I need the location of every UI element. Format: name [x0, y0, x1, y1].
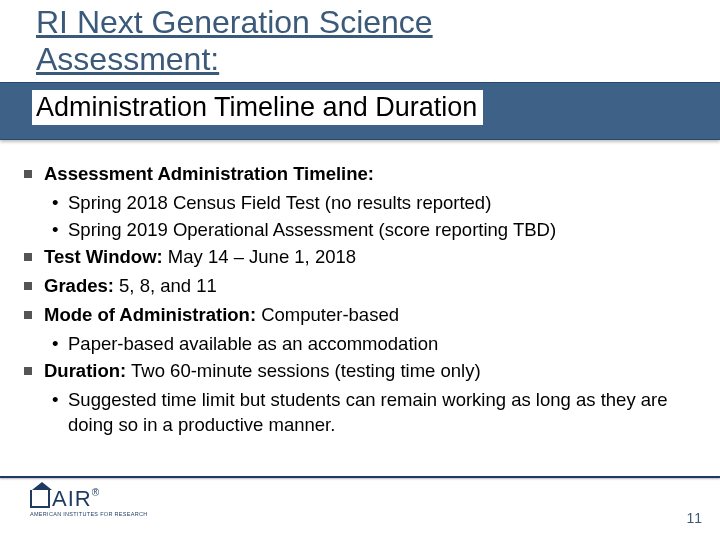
subbullet: • Suggested time limit but students can … — [24, 388, 700, 438]
square-bullet-icon — [24, 253, 32, 261]
footer-divider — [0, 476, 720, 478]
bullet-label: Duration: — [44, 360, 126, 381]
bullet-label: Grades: — [44, 275, 114, 296]
bullet-text: Computer-based — [256, 304, 399, 325]
logo-subtext: AMERICAN INSTITUTES FOR RESEARCH — [30, 511, 147, 517]
square-bullet-icon — [24, 282, 32, 290]
bullet-mode: Mode of Administration: Computer-based — [24, 303, 700, 328]
registered-icon: ® — [92, 487, 100, 498]
dot-bullet-icon: • — [52, 332, 58, 357]
square-bullet-icon — [24, 170, 32, 178]
logo-letters: AIR — [52, 486, 92, 511]
bullet-label: Mode of Administration: — [44, 304, 256, 325]
bullet-text: 5, 8, and 11 — [114, 275, 217, 296]
bullet-duration: Duration: Two 60-minute sessions (testin… — [24, 359, 700, 384]
bullet-grades: Grades: 5, 8, and 11 — [24, 274, 700, 299]
air-logo: AIR® AMERICAN INSTITUTES FOR RESEARCH — [26, 486, 136, 526]
logo-building-icon — [30, 490, 50, 508]
title-line-1: RI Next Generation Science — [0, 4, 720, 41]
bullet-label: Test Window: — [44, 246, 163, 267]
dot-bullet-icon: • — [52, 191, 58, 216]
bullet-text: May 14 – June 1, 2018 — [163, 246, 356, 267]
bullet-assessment-timeline: Assessment Administration Timeline: — [24, 162, 700, 187]
subbullet: • Paper-based available as an accommodat… — [24, 332, 700, 357]
header: RI Next Generation Science Assessment: — [0, 0, 720, 78]
page-number: 11 — [686, 510, 702, 526]
subbullet-text: Paper-based available as an accommodatio… — [68, 333, 438, 354]
bullet-text: Two 60-minute sessions (testing time onl… — [126, 360, 480, 381]
dot-bullet-icon: • — [52, 388, 58, 413]
bullet-test-window: Test Window: May 14 – June 1, 2018 — [24, 245, 700, 270]
dot-bullet-icon: • — [52, 218, 58, 243]
subbullet: • Spring 2018 Census Field Test (no resu… — [24, 191, 700, 216]
bullet-label: Assessment Administration Timeline: — [44, 163, 374, 184]
content-body: Assessment Administration Timeline: • Sp… — [24, 162, 700, 440]
subbullet-text: Spring 2019 Operational Assessment (scor… — [68, 219, 556, 240]
subbullet-text: Spring 2018 Census Field Test (no result… — [68, 192, 491, 213]
square-bullet-icon — [24, 367, 32, 375]
subbullet-text: Suggested time limit but students can re… — [68, 389, 668, 435]
subtitle: Administration Timeline and Duration — [32, 90, 483, 125]
square-bullet-icon — [24, 311, 32, 319]
title-line-2: Assessment: — [0, 41, 720, 78]
subbullet: • Spring 2019 Operational Assessment (sc… — [24, 218, 700, 243]
logo-text: AIR® — [30, 486, 147, 510]
slide: RI Next Generation Science Assessment: A… — [0, 0, 720, 540]
